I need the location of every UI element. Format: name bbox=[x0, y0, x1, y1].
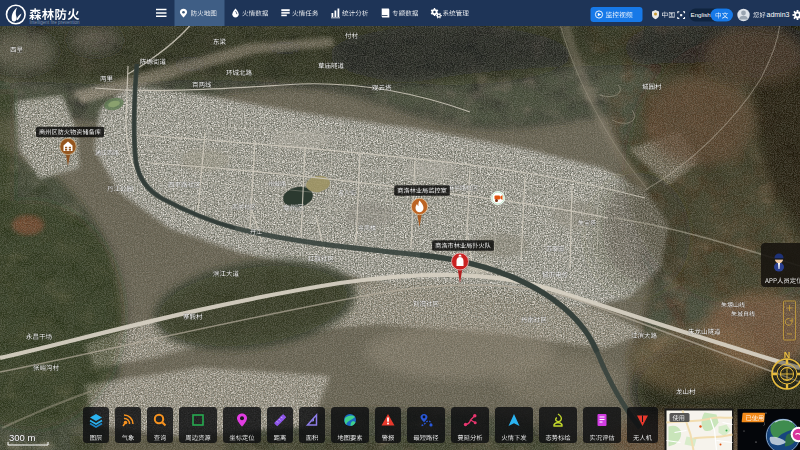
svg-text:admin3: admin3 bbox=[767, 11, 790, 18]
svg-text:Intelligent fire prevention: Intelligent fire prevention bbox=[30, 20, 80, 25]
svg-text:N: N bbox=[784, 350, 791, 360]
svg-text:300 m: 300 m bbox=[9, 432, 35, 443]
svg-text:English: English bbox=[691, 11, 712, 18]
